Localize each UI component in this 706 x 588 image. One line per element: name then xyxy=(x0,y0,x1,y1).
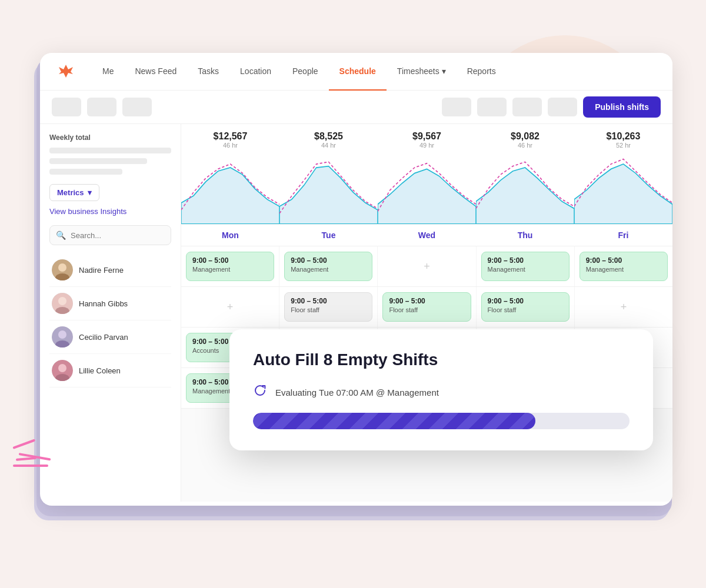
shift-hannah-mon[interactable]: + xyxy=(181,287,279,327)
chart-area: $12,567 46 hr $8,525 44 hr xyxy=(181,124,672,225)
progress-bar-fill xyxy=(253,413,535,429)
employee-name-hannah: Hannah Gibbs xyxy=(79,299,128,308)
refresh-icon xyxy=(253,383,267,401)
shift-nadire-tue[interactable]: 9:00 – 5:00 Management xyxy=(279,246,378,286)
skeleton-bar-1 xyxy=(49,148,171,153)
chart-col-fri: $10,263 52 hr xyxy=(574,131,672,224)
employee-item-cecilio: Cecilio Parvan xyxy=(49,320,171,354)
app-logo[interactable] xyxy=(56,62,75,81)
nav-item-newsfeed[interactable]: News Feed xyxy=(124,53,187,91)
nav-item-people[interactable]: People xyxy=(282,53,329,91)
shift-hannah-thu[interactable]: 9:00 – 5:00 Floor staff xyxy=(477,287,575,327)
svg-point-7 xyxy=(58,330,66,339)
shift-nadire-wed[interactable]: + xyxy=(378,246,476,286)
nav-item-tasks[interactable]: Tasks xyxy=(187,53,229,91)
nav-item-location[interactable]: Location xyxy=(229,53,282,91)
progress-bar-background xyxy=(253,413,630,429)
view-insights-link[interactable]: View business Insights xyxy=(49,207,171,216)
chart-total-tue: $8,525 xyxy=(314,131,343,142)
add-shift-icon: + xyxy=(621,301,627,313)
chart-total-wed: $9,567 xyxy=(412,131,441,142)
chart-hours-fri: 52 hr xyxy=(616,142,631,149)
chevron-down-icon-metrics: ▾ xyxy=(88,188,92,197)
publish-shifts-button[interactable]: Publish shifts xyxy=(583,96,661,118)
skeleton-bar-2 xyxy=(49,158,147,164)
nav-item-me[interactable]: Me xyxy=(92,53,124,91)
search-icon: 🔍 xyxy=(56,230,66,240)
svg-marker-16 xyxy=(574,164,672,224)
schedule-row-nadire: 9:00 – 5:00 Management 9:00 – 5:00 Manag… xyxy=(181,246,672,287)
svg-point-1 xyxy=(58,263,66,272)
day-header-tue: Tue xyxy=(279,225,378,246)
svg-point-10 xyxy=(58,364,66,372)
autofill-status: Evaluating Tue 07:00 AM @ Management xyxy=(253,383,630,401)
nav-item-reports[interactable]: Reports xyxy=(457,53,507,91)
day-header-thu: Thu xyxy=(476,225,574,246)
toolbar-button-4[interactable] xyxy=(442,98,471,116)
chart-hours-wed: 49 hr xyxy=(419,142,434,149)
chart-col-mon: $12,567 46 hr xyxy=(181,131,279,224)
autofill-modal: Auto Fill 8 Empty Shifts Evaluating Tue … xyxy=(229,329,653,450)
shift-nadire-fri[interactable]: 9:00 – 5:00 Management xyxy=(575,246,672,286)
chart-total-mon: $12,567 xyxy=(214,131,248,142)
avatar-lillie xyxy=(52,360,73,381)
weekly-total-label: Weekly total xyxy=(49,133,171,142)
day-header-mon: Mon xyxy=(181,225,279,246)
toolbar: Publish shifts xyxy=(40,91,672,124)
toolbar-button-2[interactable] xyxy=(87,98,116,116)
sidebar: Weekly total Metrics ▾ View business Ins… xyxy=(40,124,181,502)
employee-name-cecilio: Cecilio Parvan xyxy=(79,333,128,342)
shift-hannah-fri[interactable]: + xyxy=(575,287,672,327)
shift-nadire-mon[interactable]: 9:00 – 5:00 Management xyxy=(181,246,279,286)
employee-name-nadire: Nadire Ferne xyxy=(79,266,124,275)
toolbar-button-5[interactable] xyxy=(477,98,507,116)
toolbar-button-7[interactable] xyxy=(548,98,577,116)
chart-hours-mon: 46 hr xyxy=(223,142,238,149)
avatar-cecilio xyxy=(52,326,73,348)
nav-item-timesheets[interactable]: Timesheets ▾ xyxy=(387,53,457,91)
add-shift-icon: + xyxy=(424,260,430,273)
shift-hannah-tue[interactable]: 9:00 – 5:00 Floor staff xyxy=(279,287,378,327)
search-box[interactable]: 🔍 xyxy=(49,225,171,245)
schedule-row-hannah: + 9:00 – 5:00 Floor staff 9:00 – 5:00 Fl… xyxy=(181,287,672,328)
chart-total-thu: $9,082 xyxy=(511,131,540,142)
metrics-button[interactable]: Metrics ▾ xyxy=(49,184,99,201)
chart-col-thu: $9,082 46 hr xyxy=(476,131,574,224)
svg-point-4 xyxy=(58,297,66,305)
day-headers: Mon Tue Wed Thu Fri xyxy=(181,225,672,246)
chart-total-fri: $10,263 xyxy=(607,131,641,142)
navigation: Me News Feed Tasks Location People Sched… xyxy=(40,53,672,91)
chart-hours-tue: 44 hr xyxy=(321,142,336,149)
chart-col-tue: $8,525 44 hr xyxy=(279,131,378,224)
employee-name-lillie: Lillie Coleen xyxy=(79,366,121,375)
autofill-title: Auto Fill 8 Empty Shifts xyxy=(253,350,630,369)
avatar-hannah xyxy=(52,293,73,314)
nav-item-schedule[interactable]: Schedule xyxy=(329,53,387,91)
employee-item-hannah: Hannah Gibbs xyxy=(49,287,171,320)
avatar-nadire xyxy=(52,259,73,280)
svg-marker-15 xyxy=(476,168,574,224)
autofill-status-text: Evaluating Tue 07:00 AM @ Management xyxy=(275,387,439,397)
nav-items: Me News Feed Tasks Location People Sched… xyxy=(92,53,656,91)
skeleton-bar-3 xyxy=(49,169,122,175)
shift-nadire-thu[interactable]: 9:00 – 5:00 Management xyxy=(477,246,575,286)
svg-marker-13 xyxy=(279,166,378,224)
toolbar-button-3[interactable] xyxy=(122,98,152,116)
employee-item-nadire: Nadire Ferne xyxy=(49,253,171,287)
search-input[interactable] xyxy=(71,231,169,240)
chevron-down-icon: ▾ xyxy=(442,66,446,76)
day-header-wed: Wed xyxy=(378,225,476,246)
shift-hannah-wed[interactable]: 9:00 – 5:00 Floor staff xyxy=(378,287,476,327)
add-shift-icon: + xyxy=(227,301,234,313)
toolbar-button-1[interactable] xyxy=(52,98,81,116)
deco-pink-lines xyxy=(13,443,51,470)
day-header-fri: Fri xyxy=(574,225,672,246)
chart-col-wed: $9,567 49 hr xyxy=(378,131,476,224)
svg-marker-14 xyxy=(378,169,476,224)
chart-hours-thu: 46 hr xyxy=(518,142,532,149)
toolbar-button-6[interactable] xyxy=(512,98,542,116)
employee-item-lillie: Lillie Coleen xyxy=(49,354,171,387)
